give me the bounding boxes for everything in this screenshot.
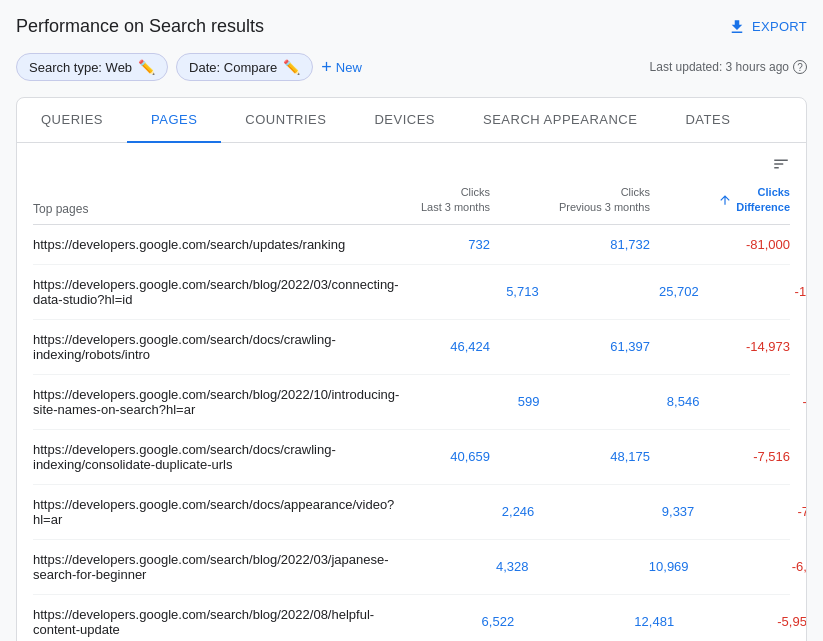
- table-row[interactable]: https://developers.google.com/search/doc…: [33, 485, 790, 540]
- cell-clicks-prev: 9,337: [534, 504, 694, 519]
- info-icon: ?: [793, 60, 807, 74]
- new-label: New: [336, 60, 362, 75]
- search-type-label: Search type: Web: [29, 60, 132, 75]
- tab-search-appearance[interactable]: SEARCH APPEARANCE: [459, 98, 661, 143]
- search-type-filter[interactable]: Search type: Web ✏️: [16, 53, 168, 81]
- cell-clicks-diff: -5,959: [674, 614, 807, 629]
- col-header-clicks-diff[interactable]: Clicks Difference: [650, 185, 790, 216]
- cell-clicks-prev: 10,969: [529, 559, 689, 574]
- date-edit-icon: ✏️: [283, 59, 300, 75]
- cell-clicks-prev: 48,175: [490, 449, 650, 464]
- cell-clicks-diff: -7,516: [650, 449, 790, 464]
- tab-countries[interactable]: COUNTRIES: [221, 98, 350, 143]
- column-filter-icon[interactable]: [772, 155, 790, 173]
- table-row[interactable]: https://developers.google.com/search/upd…: [33, 225, 790, 265]
- page-header: Performance on Search results EXPORT: [16, 16, 807, 37]
- cell-clicks-diff: -7,091: [694, 504, 807, 519]
- cell-clicks-prev: 61,397: [490, 339, 650, 354]
- cell-clicks-prev: 8,546: [539, 394, 699, 409]
- cell-url: https://developers.google.com/search/doc…: [33, 442, 350, 472]
- cell-clicks-last: 2,246: [394, 504, 534, 519]
- cell-clicks-last: 599: [399, 394, 539, 409]
- cell-clicks-diff: -14,973: [650, 339, 790, 354]
- table-row[interactable]: https://developers.google.com/search/doc…: [33, 430, 790, 485]
- filters-left: Search type: Web ✏️ Date: Compare ✏️ + N…: [16, 53, 362, 81]
- cell-clicks-diff: -19,989: [699, 284, 807, 299]
- plus-icon: +: [321, 57, 332, 78]
- cell-url: https://developers.google.com/search/upd…: [33, 237, 350, 252]
- cell-url: https://developers.google.com/search/blo…: [33, 277, 399, 307]
- col-header-pages: Top pages: [33, 202, 350, 216]
- main-card: QUERIES PAGES COUNTRIES DEVICES SEARCH A…: [16, 97, 807, 641]
- col-header-clicks-last: Clicks Last 3 months: [350, 185, 490, 216]
- cell-clicks-last: 4,328: [389, 559, 529, 574]
- tabs-row: QUERIES PAGES COUNTRIES DEVICES SEARCH A…: [17, 98, 806, 143]
- col-header-clicks-prev: Clicks Previous 3 months: [490, 185, 650, 216]
- page-title: Performance on Search results: [16, 16, 264, 37]
- cell-clicks-diff: -7,947: [699, 394, 807, 409]
- table-body: https://developers.google.com/search/upd…: [33, 225, 790, 641]
- filter-icon-row: [33, 143, 790, 177]
- date-label: Date: Compare: [189, 60, 277, 75]
- tab-dates[interactable]: DATES: [661, 98, 754, 143]
- table-header: Top pages Clicks Last 3 months Clicks Pr…: [33, 177, 790, 225]
- cell-clicks-diff: -6,641: [689, 559, 807, 574]
- cell-url: https://developers.google.com/search/blo…: [33, 552, 389, 582]
- date-filter[interactable]: Date: Compare ✏️: [176, 53, 313, 81]
- cell-url: https://developers.google.com/search/doc…: [33, 332, 350, 362]
- export-label: EXPORT: [752, 19, 807, 34]
- cell-clicks-prev: 25,702: [539, 284, 699, 299]
- cell-url: https://developers.google.com/search/doc…: [33, 497, 394, 527]
- tab-pages[interactable]: PAGES: [127, 98, 221, 143]
- table-row[interactable]: https://developers.google.com/search/blo…: [33, 375, 790, 430]
- table-section: Top pages Clicks Last 3 months Clicks Pr…: [17, 143, 806, 641]
- cell-clicks-last: 732: [350, 237, 490, 252]
- cell-clicks-diff: -81,000: [650, 237, 790, 252]
- export-button[interactable]: EXPORT: [728, 18, 807, 36]
- last-updated: Last updated: 3 hours ago ?: [650, 60, 807, 74]
- cell-url: https://developers.google.com/search/blo…: [33, 607, 374, 637]
- cell-clicks-last: 46,424: [350, 339, 490, 354]
- sort-icon: [718, 193, 732, 207]
- cell-clicks-last: 6,522: [374, 614, 514, 629]
- filters-row: Search type: Web ✏️ Date: Compare ✏️ + N…: [16, 53, 807, 81]
- tab-queries[interactable]: QUERIES: [17, 98, 127, 143]
- cell-clicks-prev: 12,481: [514, 614, 674, 629]
- new-filter-button[interactable]: + New: [321, 57, 362, 78]
- tab-devices[interactable]: DEVICES: [350, 98, 459, 143]
- cell-clicks-last: 40,659: [350, 449, 490, 464]
- table-row[interactable]: https://developers.google.com/search/blo…: [33, 595, 790, 641]
- search-type-edit-icon: ✏️: [138, 59, 155, 75]
- table-row[interactable]: https://developers.google.com/search/blo…: [33, 265, 790, 320]
- export-icon: [728, 18, 746, 36]
- cell-clicks-last: 5,713: [399, 284, 539, 299]
- table-row[interactable]: https://developers.google.com/search/doc…: [33, 320, 790, 375]
- cell-clicks-prev: 81,732: [490, 237, 650, 252]
- cell-url: https://developers.google.com/search/blo…: [33, 387, 399, 417]
- table-row[interactable]: https://developers.google.com/search/blo…: [33, 540, 790, 595]
